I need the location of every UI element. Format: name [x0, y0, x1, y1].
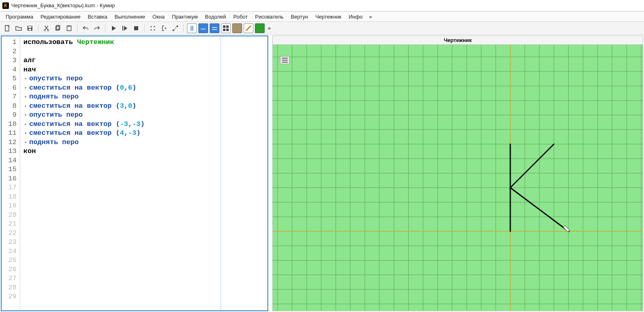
code-line[interactable]: нач: [23, 65, 217, 75]
svg-rect-9: [68, 25, 70, 27]
code-line[interactable]: использовать Чертежник: [23, 38, 217, 47]
svg-rect-19: [192, 26, 193, 31]
line-gutter: 1234567891011121314151617181920212223242…: [2, 36, 20, 310]
code-line[interactable]: · поднять перо: [23, 92, 217, 102]
code-line[interactable]: кон: [23, 147, 217, 156]
canvas-title: Чертежник: [273, 36, 643, 45]
stop-icon[interactable]: [131, 23, 141, 33]
svg-rect-11: [134, 26, 138, 30]
svg-rect-2: [28, 26, 32, 28]
menu-item-6[interactable]: Водолей: [202, 13, 229, 21]
code-line[interactable]: [23, 220, 217, 229]
menu-item-3[interactable]: Выполнение: [111, 13, 148, 21]
tool-path-icon[interactable]: [170, 23, 180, 33]
canvas-pane: Чертежник: [272, 36, 643, 311]
canvas-menu-button[interactable]: [280, 56, 290, 64]
actor-vertun-icon[interactable]: [221, 23, 231, 33]
svg-rect-18: [191, 26, 192, 31]
code-line[interactable]: [23, 247, 217, 256]
code-line[interactable]: [23, 193, 217, 202]
actor-risovatel-icon[interactable]: [210, 23, 219, 33]
svg-point-15: [154, 29, 155, 30]
workspace: 1234567891011121314151617181920212223242…: [0, 35, 644, 312]
undo-icon[interactable]: [81, 23, 90, 33]
code-line[interactable]: · опустить перо: [23, 74, 217, 84]
svg-point-14: [151, 29, 152, 30]
svg-rect-20: [223, 25, 225, 28]
new-file-icon[interactable]: [2, 23, 12, 33]
paste-icon[interactable]: [64, 23, 74, 33]
svg-point-13: [154, 26, 155, 27]
code-line[interactable]: [23, 156, 217, 165]
copy-icon[interactable]: [53, 23, 63, 33]
code-line[interactable]: [23, 292, 217, 302]
svg-rect-24: [273, 45, 643, 311]
cut-icon[interactable]: [42, 23, 51, 33]
code-line[interactable]: [23, 283, 217, 293]
editor-pane: 1234567891011121314151617181920212223242…: [1, 36, 268, 311]
menu-item-8[interactable]: Рисователь: [252, 13, 286, 21]
tool-bracket-icon[interactable]: [159, 23, 169, 33]
code-line[interactable]: [23, 238, 217, 247]
code-line[interactable]: [23, 211, 217, 220]
code-line[interactable]: [23, 183, 217, 193]
code-line[interactable]: [23, 174, 217, 184]
menu-item-7[interactable]: Робот: [230, 13, 251, 21]
code-line[interactable]: алг: [23, 56, 217, 65]
actor-cherteznik-icon[interactable]: [232, 23, 242, 33]
menu-item-10[interactable]: Чертежник: [312, 13, 345, 21]
menu-item-9[interactable]: Вертун: [288, 13, 311, 21]
menu-item-4[interactable]: Окна: [149, 13, 168, 21]
menu-item-5[interactable]: Практикум: [168, 13, 201, 21]
run-icon[interactable]: [109, 23, 118, 33]
menu-item-2[interactable]: Вставка: [84, 13, 110, 21]
save-file-icon[interactable]: [25, 23, 35, 33]
menu-item-11[interactable]: Инфо: [345, 13, 366, 21]
code-line[interactable]: [23, 165, 217, 174]
code-line[interactable]: · сместиться на вектор (4,-3): [23, 129, 217, 138]
toolbar-overflow[interactable]: »: [266, 25, 272, 31]
actor-info-icon[interactable]: [244, 23, 253, 33]
code-line[interactable]: [23, 47, 217, 57]
code-line[interactable]: [23, 265, 217, 274]
code-line[interactable]: · поднять перо: [23, 138, 217, 147]
canvas[interactable]: [273, 45, 643, 311]
code-line[interactable]: · опустить перо: [23, 111, 217, 120]
open-file-icon[interactable]: [14, 23, 23, 33]
app-icon: К: [2, 2, 9, 9]
code-area[interactable]: использовать Чертежникалгнач· опустить п…: [20, 36, 221, 310]
menu-item-0[interactable]: Программа: [2, 13, 36, 21]
code-line[interactable]: · сместиться на вектор (3,0): [23, 102, 217, 111]
code-line[interactable]: [23, 274, 217, 283]
titlebar: К Чертежник_Буква_К(векторы).kum - Кумир: [0, 0, 644, 11]
menu-overflow[interactable]: »: [366, 13, 374, 21]
code-line[interactable]: · сместиться на вектор (-3,-3): [23, 120, 217, 129]
actor-robot-icon[interactable]: [198, 23, 208, 33]
window-title: Чертежник_Буква_К(векторы).kum - Кумир: [11, 2, 115, 8]
code-line[interactable]: [23, 201, 217, 211]
code-line[interactable]: [23, 229, 217, 238]
redo-icon[interactable]: [92, 23, 102, 33]
svg-rect-23: [226, 29, 229, 31]
actor-vodoley-icon[interactable]: [187, 23, 197, 33]
actor-extra-icon[interactable]: [255, 23, 265, 33]
svg-rect-22: [223, 29, 225, 31]
menubar: ПрограммаРедактированиеВставкаВыполнение…: [0, 11, 644, 22]
code-editor[interactable]: 1234567891011121314151617181920212223242…: [2, 36, 221, 310]
menu-item-1[interactable]: Редактирование: [37, 13, 84, 21]
step-icon[interactable]: [120, 23, 130, 33]
svg-point-12: [151, 26, 152, 27]
editor-margin: [221, 36, 267, 310]
code-line[interactable]: [23, 256, 217, 265]
tool-dots-icon[interactable]: [148, 23, 158, 33]
toolbar: »: [0, 22, 644, 35]
svg-rect-10: [122, 26, 123, 31]
code-line[interactable]: · сместиться на вектор (0,6): [23, 84, 217, 93]
svg-rect-21: [226, 25, 229, 28]
svg-rect-3: [29, 29, 31, 30]
